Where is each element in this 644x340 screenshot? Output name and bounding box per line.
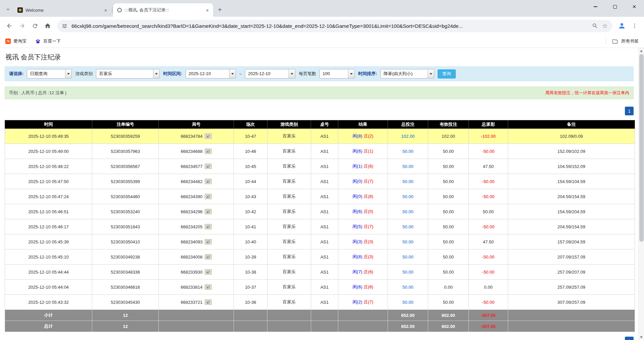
cell-note: 154.59/204.59 (508, 204, 635, 219)
replay-icon[interactable] (205, 269, 212, 275)
chevron-down-icon (348, 69, 354, 78)
maximize-icon (613, 5, 617, 9)
tab-bet-records[interactable]: :::视讯, 会员下注记录::: × (113, 3, 213, 17)
home-icon (44, 22, 51, 29)
tab-title: Welcome (26, 8, 100, 13)
result-player: 闲(8) (353, 254, 362, 259)
cell-note: 157.09/204.59 (508, 234, 635, 249)
search-button[interactable]: 查询 (438, 69, 456, 78)
replay-icon[interactable] (205, 254, 212, 260)
game-type-select[interactable]: 百家乐 (96, 69, 160, 78)
sort-select[interactable]: 降幂(由大到小) (381, 69, 434, 78)
replay-icon[interactable] (205, 224, 212, 229)
date-start-select[interactable]: 2025-12-10 (186, 69, 236, 78)
scrollbar-down-arrow-icon[interactable] (639, 334, 644, 340)
cell-total-bet[interactable]: 50.00 (388, 159, 428, 174)
cell-total-bet[interactable]: 50.00 (388, 295, 428, 310)
tab-search-button[interactable] (3, 5, 13, 14)
result-player: 闲(6) (353, 209, 362, 214)
cell-game: 百家乐 (267, 189, 311, 204)
subtotal-valid-bet: 602.00 (428, 310, 469, 321)
all-bookmarks-button[interactable]: 所有书签 (606, 38, 639, 45)
cell-note: 204.59/154.59 (508, 219, 635, 234)
refresh-button[interactable] (29, 20, 41, 32)
zoom-icon[interactable] (592, 23, 598, 29)
profile-button[interactable] (616, 20, 628, 32)
table-row: 2025-12-10 05:46:51 523030353240 6682342… (5, 204, 635, 219)
cell-time: 2025-12-10 05:45:10 (5, 249, 92, 265)
cell-game: 百家乐 (267, 174, 311, 189)
cell-total-bet[interactable]: 50.00 (388, 234, 428, 249)
bookmark-baidu[interactable]: 百度一下 (35, 38, 61, 44)
cell-total-bet[interactable]: 50.00 (388, 280, 428, 295)
cell-time: 2025-12-10 05:43:32 (5, 295, 92, 310)
cell-game: 百家乐 (267, 265, 311, 280)
col-note: 备注 (508, 120, 635, 129)
page-1-button[interactable]: 1 (625, 337, 634, 340)
replay-icon[interactable] (205, 164, 212, 169)
scrollbar-thumb[interactable] (639, 54, 644, 242)
minimize-button[interactable] (586, 0, 605, 13)
cell-payout: 0.00 (469, 280, 508, 295)
date-mode-select[interactable]: 日期查询 (27, 69, 72, 78)
bookmark-star-icon[interactable]: ☆ (602, 23, 608, 29)
page-1-button[interactable]: 1 (625, 107, 634, 115)
replay-icon[interactable] (205, 239, 212, 244)
result-banker: 庄(0) (364, 209, 374, 214)
cell-result: 闲(6)庄(0) (338, 204, 388, 219)
page-scrollbar[interactable] (638, 48, 644, 340)
cell-valid-bet: 50.00 (428, 204, 469, 219)
address-bar[interactable]: 66cxkj98.com/game/betrecord_search/kind3… (57, 20, 612, 32)
cell-total-bet[interactable]: 102.00 (388, 129, 428, 144)
cell-total-bet[interactable]: 50.00 (388, 174, 428, 189)
cell-total-bet[interactable]: 50.00 (388, 204, 428, 219)
round-number: 668233721 (181, 300, 202, 305)
replay-icon[interactable] (205, 194, 212, 199)
cell-result: 闲(8)庄(2) (338, 129, 388, 144)
per-page-select[interactable]: 100 (319, 69, 355, 78)
cell-round: 668234205 (159, 219, 234, 234)
cell-round: 668233814 (159, 280, 234, 295)
replay-icon[interactable] (205, 209, 212, 214)
home-button[interactable] (42, 20, 54, 32)
subtotal-total-bet: 652.00 (388, 310, 428, 321)
cell-total-bet[interactable]: 50.00 (388, 189, 428, 204)
navigation-bar: 66cxkj98.com/game/betrecord_search/kind3… (0, 17, 644, 35)
cell-total-bet[interactable]: 50.00 (388, 144, 428, 159)
result-player: 闲(0) (353, 179, 362, 184)
cell-round: 668234784 (159, 129, 234, 144)
tab-close-icon[interactable]: × (103, 7, 109, 13)
table-row: 2025-12-10 05:44:04 523030346616 6682338… (5, 280, 635, 295)
cell-total-bet[interactable]: 50.00 (388, 219, 428, 234)
tab-welcome[interactable]: Welcome × (13, 3, 111, 17)
replay-icon[interactable] (205, 299, 212, 305)
table-header-row: 时间 注单编号 局号 场次 游戏类别 桌号 结果 总投注 有效投注 总派彩 备注 (5, 120, 635, 129)
replay-icon[interactable] (205, 149, 212, 154)
site-info-icon[interactable] (62, 23, 67, 29)
cell-total-bet[interactable]: 50.00 (388, 265, 428, 280)
cell-payout: -50.00 (469, 295, 508, 310)
replay-icon[interactable] (205, 133, 212, 139)
cell-game: 百家乐 (267, 234, 311, 249)
date-end-select[interactable]: 2025-12-10 (245, 69, 295, 78)
menu-button[interactable] (629, 20, 641, 32)
close-button[interactable]: × (625, 0, 644, 13)
tab-close-icon[interactable]: × (204, 7, 210, 13)
back-button[interactable] (3, 20, 15, 32)
replay-icon[interactable] (205, 179, 212, 184)
cell-round: 668234577 (159, 159, 234, 174)
forward-button[interactable] (16, 20, 28, 32)
page-favicon-icon (117, 8, 122, 12)
subtotal-row: 小计 12 652.00 602.00 -307.00 (5, 310, 635, 321)
replay-icon[interactable] (205, 284, 212, 290)
maximize-button[interactable] (605, 0, 625, 13)
chevron-down-icon (5, 7, 11, 12)
bookmark-label: 百度一下 (43, 38, 61, 44)
cell-total-bet[interactable]: 50.00 (388, 249, 428, 265)
cell-time: 2025-12-10 05:46:17 (5, 219, 92, 234)
new-tab-button[interactable]: + (215, 5, 225, 14)
bookmark-aitaobao[interactable]: 淘 爱淘宝 (5, 38, 27, 44)
scrollbar-up-arrow-icon[interactable] (639, 48, 644, 54)
cell-result: 闲(6)庄(6) (338, 280, 388, 295)
cell-table: AS1 (311, 174, 338, 189)
